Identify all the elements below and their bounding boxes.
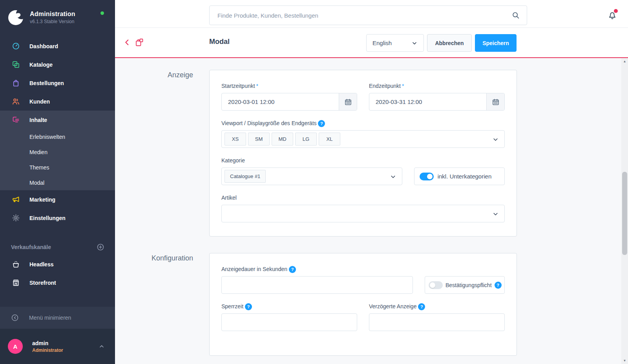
end-time-label: Endzeitpunkt* xyxy=(369,82,505,90)
article-label: Artikel xyxy=(221,194,505,202)
scrollbar-thumb[interactable] xyxy=(622,172,627,255)
help-icon[interactable]: ? xyxy=(245,303,252,310)
chevron-down-icon xyxy=(492,211,499,217)
app-title: Administration xyxy=(30,11,75,18)
help-icon[interactable]: ? xyxy=(418,303,425,310)
sidebar-subitem-label: Erlebniswelten xyxy=(29,134,65,140)
sidebar-item-themes[interactable]: Themes xyxy=(0,160,115,175)
chevron-down-icon xyxy=(492,136,499,143)
category-select[interactable]: Catalogue #1 xyxy=(221,167,402,185)
language-select[interactable]: English xyxy=(366,34,424,52)
article-field: Artikel xyxy=(221,194,505,222)
sidebar-item-inhalte[interactable]: Inhalte xyxy=(0,111,115,129)
sidebar-item-label: Kunden xyxy=(29,98,50,105)
brand-header[interactable]: Administration v6.1.3 Stable Version xyxy=(0,0,115,33)
user-menu[interactable]: A admin Administrator xyxy=(0,329,115,364)
cancel-button[interactable]: Abbrechen xyxy=(427,34,472,52)
help-icon[interactable]: ? xyxy=(289,266,296,273)
user-role: Administrator xyxy=(32,348,99,353)
sidebar-item-label: Kataloge xyxy=(29,62,53,68)
collapse-chevron-icon xyxy=(11,314,19,322)
sidebar-item-marketing[interactable]: Marketing xyxy=(0,190,115,209)
duration-field: Anzeigedauer in Sekunden ? xyxy=(221,265,413,294)
search-input[interactable] xyxy=(209,5,527,25)
confirmation-toggle[interactable] xyxy=(429,281,443,289)
scroll-up-arrow[interactable]: ▲ xyxy=(621,60,628,63)
sidebar-item-medien[interactable]: Medien xyxy=(0,144,115,160)
help-icon[interactable]: ? xyxy=(495,282,502,289)
sidebar-item-bestellungen[interactable]: Bestellungen xyxy=(0,74,115,92)
notification-bell-button[interactable] xyxy=(607,10,617,20)
anzeige-card: Startzeitpunkt* Endzeitpunkt* xyxy=(209,70,517,237)
confirmation-label: Bestätigungspflicht xyxy=(445,282,492,288)
sidebar-item-einstellungen[interactable]: Einstellungen xyxy=(0,209,115,227)
sidebar-item-storefront[interactable]: Storefront xyxy=(0,273,115,292)
online-status-dot xyxy=(100,11,104,15)
section-konfiguration: Konfiguration Anzeigedauer in Sekunden ?… xyxy=(115,253,628,356)
delayed-display-label: Verzögerte Anzeige ? xyxy=(369,302,505,310)
sidebar-item-modal[interactable]: Modal xyxy=(0,175,115,190)
viewport-tag: XS xyxy=(225,133,246,146)
search-icon[interactable] xyxy=(511,11,520,20)
delayed-display-field: Verzögerte Anzeige ? xyxy=(369,302,505,331)
sidebar-item-kunden[interactable]: Kunden xyxy=(0,92,115,111)
page-title: Modal xyxy=(209,38,230,46)
collapse-menu-button[interactable]: Menü minimieren xyxy=(0,307,115,329)
vertical-scrollbar[interactable]: ▲ ▼ xyxy=(621,58,628,364)
scroll-down-arrow[interactable]: ▼ xyxy=(621,359,628,362)
delayed-display-input[interactable] xyxy=(369,313,505,331)
gear-icon xyxy=(12,214,20,222)
required-asterisk: * xyxy=(256,83,258,89)
article-select[interactable] xyxy=(221,205,505,222)
end-time-input[interactable] xyxy=(369,93,486,110)
marketing-icon xyxy=(12,195,20,204)
viewport-label: Viewport / Displaygröße des Endgeräts ? xyxy=(221,119,505,127)
section-title-konfiguration: Konfiguration xyxy=(115,253,193,356)
help-icon[interactable]: ? xyxy=(318,120,325,127)
add-sales-channel-button[interactable] xyxy=(97,243,104,251)
viewport-tag: XL xyxy=(319,133,340,146)
sidebar-item-label: Storefront xyxy=(29,280,56,286)
back-button[interactable] xyxy=(123,38,131,47)
orders-icon xyxy=(12,79,20,87)
section-title-anzeige: Anzeige xyxy=(115,70,193,237)
subcategories-toggle-box: inkl. Unterkategorien xyxy=(414,167,505,185)
chevron-down-icon xyxy=(390,173,396,180)
sidebar-item-label: Inhalte xyxy=(29,117,47,123)
viewport-tag: SM xyxy=(248,133,270,146)
konfiguration-card: Anzeigedauer in Sekunden ? Bestätigungsp… xyxy=(209,253,517,356)
customers-icon xyxy=(12,97,20,106)
viewport-tag: MD xyxy=(272,133,293,146)
sidebar-item-label: Headless xyxy=(29,261,53,268)
smart-bar: Modal English Abbrechen Speichern xyxy=(115,28,628,58)
category-label: Kategorie xyxy=(221,157,505,164)
viewport-field: Viewport / Displaygröße des Endgeräts ? … xyxy=(221,119,505,148)
sidebar: Administration v6.1.3 Stable Version Das… xyxy=(0,0,115,364)
save-button[interactable]: Speichern xyxy=(475,34,517,52)
content-module-icon xyxy=(135,38,144,47)
top-bar xyxy=(115,0,628,28)
sidebar-item-headless[interactable]: Headless xyxy=(0,255,115,273)
sidebar-item-erlebniswelten[interactable]: Erlebniswelten xyxy=(0,129,115,144)
viewport-multiselect[interactable]: XS SM MD LG XL xyxy=(221,130,505,148)
calendar-icon[interactable] xyxy=(486,93,504,110)
catalogues-icon xyxy=(12,60,20,69)
sidebar-item-label: Bestellungen xyxy=(29,80,64,86)
duration-label: Anzeigedauer in Sekunden ? xyxy=(221,265,413,273)
chevron-up-icon xyxy=(99,343,105,349)
duration-input[interactable] xyxy=(221,276,413,294)
sidebar-item-dashboard[interactable]: Dashboard xyxy=(0,37,115,55)
sidebar-item-kataloge[interactable]: Kataloge xyxy=(0,55,115,74)
required-asterisk: * xyxy=(402,83,404,89)
section-anzeige: Anzeige Startzeitpunkt* Endzeitpunkt* xyxy=(115,70,628,237)
start-time-input[interactable] xyxy=(222,93,339,110)
lock-time-input[interactable] xyxy=(221,313,357,331)
confirmation-field: Bestätigungspflicht ? xyxy=(425,265,505,294)
subcategories-toggle[interactable] xyxy=(420,173,434,180)
collapse-menu-label: Menü minimieren xyxy=(29,315,71,321)
shopware-logo-icon xyxy=(8,10,24,25)
sidebar-group-inhalte: Inhalte Erlebniswelten Medien Themes Mod… xyxy=(0,111,115,190)
content-icon xyxy=(12,116,20,124)
calendar-icon[interactable] xyxy=(339,93,357,110)
end-time-field: Endzeitpunkt* xyxy=(369,82,505,111)
